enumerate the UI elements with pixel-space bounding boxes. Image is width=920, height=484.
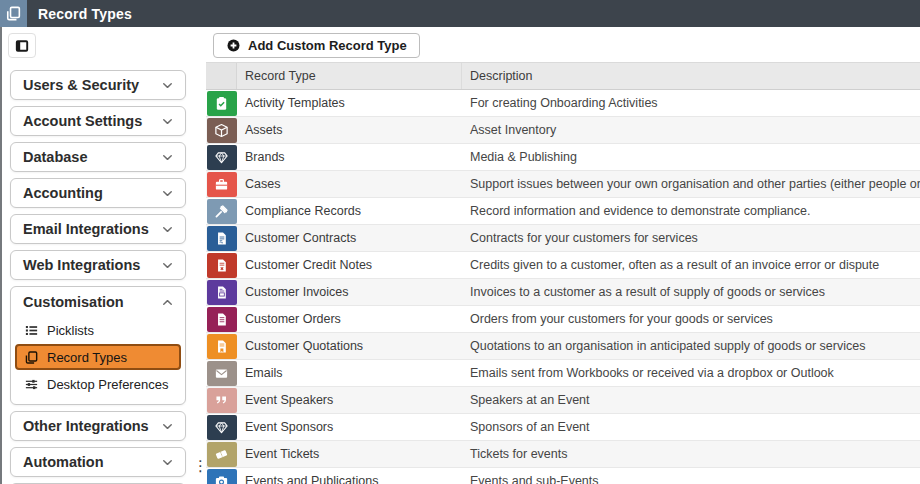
record-type-icon-cell [206,117,237,143]
record-type-name: Assets [237,117,462,143]
sidebar-resize-handle[interactable]: ⋮ [193,458,203,473]
sidebar-accordion-other-integrations[interactable]: Other Integrations [10,411,186,441]
ticket-icon [207,442,237,467]
record-type-icon-cell [206,171,237,197]
gem-icon [207,145,237,170]
record-type-icon-cell [206,360,237,386]
sidebar-accordion-web-integrations[interactable]: Web Integrations [10,250,186,280]
table-row[interactable]: Brands Media & Publishing [206,144,920,171]
record-type-description: Invoices to a customer as a result of su… [462,279,920,305]
sidebar-item-record-types[interactable]: Record Types [15,344,181,370]
record-type-description: Media & Publishing [462,144,920,170]
sidebar-accordion-email-integrations[interactable]: Email Integrations [10,214,186,244]
record-type-name: Customer Invoices [237,279,462,305]
record-types-copy-icon [0,0,27,27]
table-row[interactable]: Customer Orders Orders from your custome… [206,306,920,333]
table-body: Activity Templates For creating Onboardi… [206,90,920,484]
table-row[interactable]: Cases Support issues between your own or… [206,171,920,198]
record-type-icon-cell [206,144,237,170]
table-row[interactable]: Compliance Records Record information an… [206,198,920,225]
record-type-name: Brands [237,144,462,170]
sidebar-accordion-users-security[interactable]: Users & Security [10,70,186,100]
sidebar-accordion-database[interactable]: Database [10,142,186,172]
sidebar-toggle-button[interactable] [8,33,36,58]
sidebar-item-desktop-preferences[interactable]: Desktop Preferences [15,371,181,397]
gavel-icon [207,199,237,224]
add-button-label: Add Custom Record Type [248,38,407,53]
chevron-down-icon [160,419,175,434]
accordion-label: Web Integrations [23,257,140,273]
record-type-icon-cell [206,387,237,413]
accordion-label: Database [23,149,87,165]
list-icon [24,323,39,338]
chevron-down-icon [160,258,175,273]
accordion-label: Accounting [23,185,103,201]
table-row[interactable]: Assets Asset Inventory [206,117,920,144]
chevron-up-icon [160,295,175,310]
record-type-column-header: Record Type [237,63,462,89]
sliders-icon [24,377,39,392]
record-type-icon-cell [206,279,237,305]
record-type-description: Events and sub-Events [462,468,920,484]
sidebar-accordion-account-settings[interactable]: Account Settings [10,106,186,136]
record-type-icon-cell [206,90,237,116]
record-type-description: Emails sent from Workbooks or received v… [462,360,920,386]
add-custom-record-type-button[interactable]: Add Custom Record Type [213,33,420,58]
record-type-icon-cell [206,225,237,251]
envelope-icon [207,361,237,386]
record-type-description: For creating Onboarding Activities [462,90,920,116]
record-type-description: Speakers at an Event [462,387,920,413]
table-row[interactable]: Customer Contracts Contracts for your cu… [206,225,920,252]
table-row[interactable]: Event Speakers Speakers at an Event [206,387,920,414]
file-contract-icon [207,226,237,251]
table-row[interactable]: Customer Quotations Quotations to an org… [206,333,920,360]
table-row[interactable]: Activity Templates For creating Onboardi… [206,90,920,117]
table-row[interactable]: Customer Invoices Invoices to a customer… [206,279,920,306]
record-type-name: Customer Contracts [237,225,462,251]
chevron-down-icon [160,222,175,237]
settings-sidebar: Users & Security Account Settings Databa… [10,70,186,484]
record-type-description: Quotations to an organisation in anticip… [462,333,920,359]
record-type-name: Event Sponsors [237,414,462,440]
table-row[interactable]: Emails Emails sent from Workbooks or rec… [206,360,920,387]
accordion-label: Account Settings [23,113,142,129]
record-type-icon-cell [206,333,237,359]
record-type-name: Event Speakers [237,387,462,413]
record-type-name: Event Tickets [237,441,462,467]
copy-icon [24,350,39,365]
sidebar-accordion-automation[interactable]: Automation [10,447,186,477]
accordion-label: Users & Security [23,77,139,93]
table-header: Record Type Description [206,62,920,90]
record-type-name: Cases [237,171,462,197]
chevron-down-icon [160,114,175,129]
record-type-name: Emails [237,360,462,386]
plus-circle-icon [226,38,241,53]
titlebar: Record Types [0,0,920,27]
accordion-label: Email Integrations [23,221,149,237]
record-types-table: Record Type Description Activity Templat… [206,62,920,484]
camera-icon [207,469,237,484]
window-left-edge [0,27,2,484]
file-invoice-icon [207,280,237,305]
description-column-header: Description [462,63,920,89]
table-row[interactable]: Event Tickets Tickets for events [206,441,920,468]
subitem-label: Record Types [47,350,127,365]
chevron-down-icon [160,186,175,201]
table-row[interactable]: Event Sponsors Sponsors of an Event [206,414,920,441]
accordion-customisation[interactable]: Customisation [11,287,185,317]
table-row[interactable]: Events and Publications Events and sub-E… [206,468,920,484]
icon-column-header [206,63,237,89]
page-title: Record Types [38,6,132,22]
file-x-icon [207,253,237,278]
record-type-description: Sponsors of an Event [462,414,920,440]
accordion-label: Other Integrations [23,418,149,434]
record-type-description: Contracts for your customers for service… [462,225,920,251]
sidebar-section-customisation: Customisation Picklists Record Types Des… [10,286,186,405]
sidebar-accordion-accounting[interactable]: Accounting [10,178,186,208]
record-type-name: Activity Templates [237,90,462,116]
chevron-down-icon [160,78,175,93]
record-type-name: Customer Orders [237,306,462,332]
record-type-icon-cell [206,252,237,278]
table-row[interactable]: Customer Credit Notes Credits given to a… [206,252,920,279]
sidebar-item-picklists[interactable]: Picklists [15,317,181,343]
